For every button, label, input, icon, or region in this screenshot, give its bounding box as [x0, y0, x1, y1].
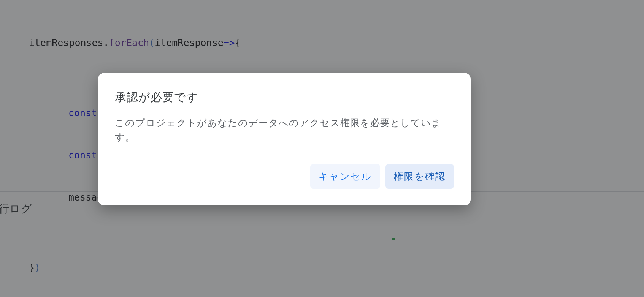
authorization-dialog: 承認が必要です このプロジェクトがあなたのデータへのアクセス権限を必要としていま…: [98, 73, 471, 205]
dialog-title: 承認が必要です: [115, 90, 454, 105]
dialog-actions: キャンセル 権限を確認: [115, 164, 454, 189]
review-permissions-button[interactable]: 権限を確認: [385, 164, 454, 189]
dialog-body-text: このプロジェクトがあなたのデータへのアクセス権限を必要としています。: [115, 116, 454, 144]
cancel-button[interactable]: キャンセル: [310, 164, 380, 189]
